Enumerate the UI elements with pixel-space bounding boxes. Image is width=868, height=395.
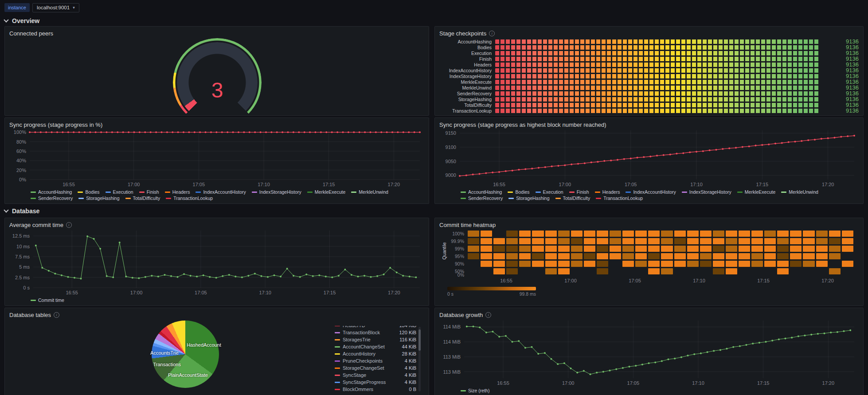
chart-canvas bbox=[9, 129, 424, 202]
series-color-icon bbox=[335, 346, 340, 348]
table-name: TransactionBlock bbox=[343, 330, 393, 335]
x-axis-tick: 17:15 bbox=[749, 182, 775, 187]
x-axis-tick: 17:15 bbox=[317, 290, 343, 295]
x-axis-tick: 17:00 bbox=[557, 278, 584, 283]
table-size: 4 KiB bbox=[396, 379, 416, 385]
y-axis-tick: 60% bbox=[9, 149, 26, 154]
section-header-overview[interactable]: Overview bbox=[4, 16, 39, 26]
stage-name: IndexStorageHistory bbox=[439, 74, 492, 79]
table-legend-row[interactable]: StorageChangeSet4 KiB bbox=[335, 364, 416, 372]
stage-row: Bodies9136 bbox=[439, 44, 859, 50]
table-legend-row[interactable]: AccountHistory28 KiB bbox=[335, 350, 416, 357]
table-name: AccountChangeSet bbox=[343, 344, 393, 349]
stage-row: AccountHashing9136 bbox=[439, 39, 859, 44]
x-axis-tick: 17:10 bbox=[683, 182, 710, 187]
table-legend-row[interactable]: AccountChangeSet44 KiB bbox=[335, 343, 416, 350]
heatmap-row bbox=[468, 231, 853, 237]
y-axis-tick: 12.5 ms bbox=[9, 233, 30, 239]
timeseries-chart: AccountHashingBodiesExecutionFinishHeade… bbox=[439, 129, 859, 202]
stage-lcd-gauge bbox=[495, 103, 819, 107]
y-axis-tick: 0% bbox=[439, 272, 464, 278]
template-var-label: instance bbox=[4, 3, 30, 12]
stage-name: MerkleUnwind bbox=[439, 85, 492, 90]
table-name: BlockOmmers bbox=[343, 387, 393, 392]
chevron-down-icon bbox=[73, 5, 75, 11]
table-name: StorageHistory bbox=[343, 394, 393, 394]
table-name: PruneCheckpoints bbox=[343, 358, 393, 364]
panel-title-text: Stage checkpoints bbox=[439, 30, 486, 37]
panel-title: Connected peers bbox=[9, 29, 424, 37]
section-title: Database bbox=[12, 207, 39, 215]
scale-min-label: 0 s bbox=[447, 291, 454, 297]
y-axis-tick: 95% bbox=[439, 254, 464, 259]
gauge-value: 3 bbox=[173, 78, 262, 102]
x-axis-tick: 17:10 bbox=[685, 380, 712, 386]
scrollbar-thumb[interactable] bbox=[418, 329, 421, 351]
x-axis-tick: 17:00 bbox=[123, 290, 150, 295]
panel-sync-progress-percent: Sync progress (stage progress in %) Acco… bbox=[4, 117, 429, 204]
scrollbar[interactable] bbox=[418, 327, 421, 391]
x-axis-tick: 16:55 bbox=[486, 182, 512, 187]
stage-name: AccountHashing bbox=[439, 39, 492, 44]
table-legend-row[interactable]: SyncStageProgress4 KiB bbox=[335, 379, 416, 386]
x-axis-tick: 17:00 bbox=[551, 182, 578, 187]
panel-title-text: Sync progress (stage progress as highest… bbox=[439, 121, 606, 128]
panel-title: Sync progress (stage progress as highest… bbox=[439, 121, 859, 129]
heatmap-row bbox=[468, 261, 853, 267]
timeseries-chart: Size (reth) 113 MiB113 MiB114 MiB114 MiB… bbox=[439, 319, 859, 394]
x-axis-tick: 17:15 bbox=[750, 380, 777, 386]
stage-row: Headers9136 bbox=[439, 62, 859, 67]
x-axis-tick: 17:20 bbox=[380, 182, 407, 187]
y-axis-tick: 9150 bbox=[439, 130, 456, 136]
panel-title: Stage checkpoints bbox=[439, 29, 859, 37]
panel-title: Sync progress (stage progress in %) bbox=[9, 121, 424, 129]
stage-row: StorageHashing9136 bbox=[439, 96, 859, 102]
x-axis-tick: 17:15 bbox=[316, 182, 342, 187]
y-axis-tick: 20% bbox=[9, 168, 26, 173]
info-icon[interactable] bbox=[485, 312, 491, 318]
table-size: 44 KiB bbox=[396, 344, 416, 349]
template-var-dropdown[interactable]: localhost:9001 bbox=[32, 3, 79, 12]
info-icon[interactable] bbox=[54, 312, 59, 318]
series-color-icon bbox=[335, 375, 340, 376]
color-scale-gradient bbox=[447, 287, 536, 290]
table-legend-row[interactable]: BlockOmmers0 B bbox=[335, 386, 416, 393]
table-legend-row[interactable]: StorageHistory0 B bbox=[335, 393, 416, 394]
stage-lcd-gauge bbox=[495, 57, 819, 61]
info-icon[interactable] bbox=[66, 222, 72, 228]
stage-name: TransactionLookup bbox=[439, 108, 492, 113]
x-axis-tick: 17:05 bbox=[620, 380, 646, 386]
timeseries-chart: Commit time 0 s2.5 ms5 ms7.5 ms10 ms12.5… bbox=[9, 229, 424, 304]
pie-slice-label: PlainAccountState bbox=[168, 372, 208, 378]
x-axis-tick: 17:00 bbox=[555, 380, 582, 386]
stage-name: TotalDifficulty bbox=[439, 102, 492, 108]
y-axis-tick: 80% bbox=[9, 139, 26, 145]
x-axis-tick: 17:10 bbox=[686, 278, 712, 283]
heatmap-row bbox=[468, 253, 853, 259]
heatmap-row bbox=[468, 238, 853, 244]
y-axis-tick: 2.5 ms bbox=[9, 275, 30, 280]
table-legend-row[interactable]: PruneCheckpoints4 KiB bbox=[335, 357, 416, 364]
table-size: 120 KiB bbox=[396, 330, 416, 335]
info-icon[interactable] bbox=[489, 31, 495, 36]
heatmap-row bbox=[468, 268, 853, 274]
stage-lcd-gauge bbox=[495, 97, 819, 102]
y-axis-tick: 100% bbox=[439, 231, 464, 236]
section-header-database[interactable]: Database bbox=[4, 206, 39, 216]
table-legend-row[interactable]: SyncStage4 KiB bbox=[335, 372, 416, 379]
panel-title: Commit time heatmap bbox=[439, 221, 859, 229]
table-size: 4 KiB bbox=[396, 365, 416, 371]
y-axis-tick: 0% bbox=[9, 177, 26, 182]
table-legend-row[interactable]: TransactionBlock120 KiB bbox=[335, 329, 416, 336]
table-size: 0 B bbox=[396, 394, 416, 394]
series-color-icon bbox=[335, 332, 340, 333]
x-axis-tick: 17:05 bbox=[188, 290, 214, 295]
stage-row: TransactionLookup9136 bbox=[439, 108, 859, 113]
panel-average-commit-time: Average commit time Commit time 0 s2.5 m… bbox=[4, 218, 429, 306]
series-color-icon bbox=[335, 353, 340, 355]
table-legend-row[interactable]: StoragesTrie116 KiB bbox=[335, 336, 416, 343]
panel-connected-peers: Connected peers 3 bbox=[4, 26, 429, 116]
y-axis-tick: 114 MiB bbox=[439, 339, 461, 344]
table-legend-row[interactable]: HeaderTD134 KiB bbox=[335, 326, 416, 329]
chevron-down-icon bbox=[4, 17, 8, 22]
